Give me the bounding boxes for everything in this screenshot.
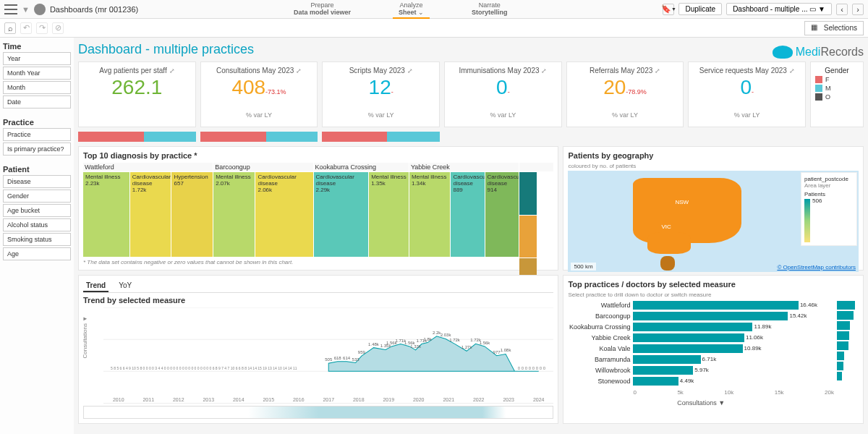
filter-date[interactable]: Date — [3, 95, 71, 109]
svg-text:2019: 2019 — [383, 397, 394, 403]
ranking-bar-row[interactable]: Barcoongup15.42k — [568, 312, 834, 320]
ranking-bar-row[interactable]: Wattleford16.46k — [568, 301, 834, 310]
treemap-practice-label: Kookaburra Crossing — [314, 163, 409, 171]
ranking-bar-row[interactable]: Kookaburra Crossing11.89k — [568, 323, 834, 331]
treemap-cell[interactable]: Cardiovascular disease2.29k — [314, 172, 369, 257]
map-scale: 500 km — [571, 263, 595, 271]
prev-sheet-icon[interactable]: ‹ — [836, 4, 848, 15]
smart-search-icon[interactable]: ⌕ — [4, 22, 16, 34]
kpi-card[interactable]: Consultations May 2023 ⤢ 408-73.1%% var … — [200, 61, 318, 127]
trend-chart[interactable]: Consultations ▼ 4k2k0-2k5056186145339591… — [83, 307, 553, 404]
kpi-card[interactable]: Avg patients per staff ⤢ 262.1 — [78, 61, 196, 127]
bookmark-icon[interactable]: 🔖▼ — [663, 4, 674, 15]
treemap-cell[interactable]: Hypertension657 — [171, 172, 213, 257]
ranking-title: Top practices / doctors by selected meas… — [568, 280, 859, 289]
svg-text:2016: 2016 — [293, 397, 305, 403]
ranking-minimap[interactable] — [837, 301, 859, 419]
breadcrumb[interactable]: Dashboards (mr 001236) — [50, 5, 138, 14]
svg-text:505: 505 — [325, 357, 333, 362]
gender-bar[interactable] — [78, 132, 196, 142]
svg-text:2011: 2011 — [142, 397, 154, 403]
kpi-card[interactable]: Immunisations May 2023 ⤢ 0-% var LY — [444, 61, 562, 127]
tab-narrate[interactable]: Narrate Storytelling — [466, 0, 514, 19]
kpi-card[interactable]: Referrals May 2023 ⤢ 20-78.9%% var LY — [566, 61, 684, 127]
external-icon: ⤢ — [541, 67, 547, 75]
filter-primary-practice[interactable]: Is primary practice? — [3, 142, 71, 156]
trend-title: Trend by selected measure — [83, 296, 553, 305]
svg-text:2.03k: 2.03k — [441, 333, 452, 337]
gender-bar[interactable] — [322, 132, 440, 142]
step-forward-icon[interactable]: ↷ — [36, 22, 48, 34]
ranking-chart[interactable]: Wattleford16.46kBarcoongup15.42kKookabur… — [568, 301, 834, 419]
ranking-panel: Top practices / doctors by selected meas… — [563, 275, 864, 424]
treemap-cell[interactable]: Cardiovascular disease889 — [451, 172, 484, 257]
treemap-cell[interactable]: Mental illness1.34k — [409, 172, 451, 257]
svg-text:5 8 5 6 6 4 9 10 5 8 0 0 0 0 3: 5 8 5 6 6 4 9 10 5 8 0 0 0 0 3 4 4 0 0 0… — [111, 366, 297, 370]
ranking-xlabel[interactable]: Consultations ▼ — [568, 399, 834, 407]
ranking-bar-row[interactable]: Stonewood4.49k — [568, 377, 834, 386]
filter-year[interactable]: Year — [3, 52, 71, 65]
svg-text:1.33k: 1.33k — [410, 344, 422, 349]
map-attribution[interactable]: © OpenStreetMap contributors — [777, 264, 856, 271]
step-back-icon[interactable]: ↶ — [20, 22, 32, 34]
ranking-bar-row[interactable]: Yabbie Creek11.06k — [568, 333, 834, 342]
tab-yoy[interactable]: YoY — [116, 280, 135, 292]
treemap-cell[interactable]: Mental illness2.23k — [83, 172, 129, 257]
treemap-cell[interactable]: Cardiovascular disease2.06k — [255, 172, 312, 257]
kpi-row: Avg patients per staff ⤢ 262.1Consultati… — [78, 61, 864, 127]
filter-age[interactable]: Age — [3, 247, 71, 260]
treemap-chart[interactable]: WattlefordMental illness2.23kCardiovascu… — [83, 163, 553, 257]
map-chart[interactable]: NSW VIC 500 km © OpenStreetMap contribut… — [568, 171, 859, 272]
svg-text:2024: 2024 — [533, 397, 545, 403]
svg-text:614: 614 — [343, 356, 351, 360]
treemap-panel: Top 10 diagnosis by practice * Wattlefor… — [78, 146, 558, 271]
map-label-nsw: NSW — [673, 198, 691, 206]
tab-trend[interactable]: Trend — [83, 280, 109, 292]
svg-text:1.8k: 1.8k — [423, 336, 432, 341]
svg-text:959: 959 — [358, 350, 366, 354]
filter-month-year[interactable]: Month Year — [3, 67, 71, 80]
treemap-cell[interactable]: Cardiovascular disease914 — [485, 172, 519, 257]
selections-button[interactable]: ▦ Selections — [804, 21, 864, 35]
sheet-selector[interactable]: Dashboard - multiple ... ▭ ▼ — [726, 3, 832, 15]
kpi-card[interactable]: Scripts May 2023 ⤢ 12-% var LY — [322, 61, 440, 127]
map-panel: Patients by geography coloured by no. of… — [563, 146, 864, 271]
selections-icon: ▦ — [811, 23, 821, 33]
gender-bar[interactable] — [200, 132, 318, 142]
tab-prepare[interactable]: Prepare Data model viewer — [288, 0, 357, 19]
filter-disease[interactable]: Disease — [3, 175, 71, 188]
svg-text:2018: 2018 — [353, 397, 365, 403]
external-icon: ⤢ — [407, 67, 413, 75]
top-toolbar: ▼ Dashboards (mr 001236) Prepare Data mo… — [0, 0, 868, 19]
ranking-bar-row[interactable]: Koala Vale10.89k — [568, 344, 834, 353]
svg-text:2014: 2014 — [233, 397, 244, 403]
clear-selections-icon[interactable]: ⊘ — [52, 22, 64, 34]
treemap-cell[interactable]: Mental illness2.07k — [213, 172, 255, 257]
treemap-practice-label: Wattleford — [83, 163, 213, 171]
ranking-bar-row[interactable]: Willowbrook5.97k — [568, 366, 834, 375]
treemap-cell[interactable]: Mental illness1.35k — [369, 172, 409, 257]
menu-icon[interactable] — [4, 4, 17, 14]
trend-minimap[interactable] — [83, 406, 553, 419]
filter-practice[interactable]: Practice — [3, 128, 71, 141]
filter-smoking[interactable]: Smoking status — [3, 233, 71, 246]
trend-ylabel[interactable]: Consultations ▼ — [82, 316, 88, 359]
filter-age-bucket[interactable]: Age bucket — [3, 204, 71, 217]
ranking-bar-row[interactable]: Barramunda6.71k — [568, 355, 834, 364]
treemap-practice-label: Barcoongup — [213, 163, 312, 171]
filter-month[interactable]: Month — [3, 81, 71, 94]
next-sheet-icon[interactable]: › — [852, 4, 864, 15]
tab-analyze[interactable]: Analyze Sheet ⌄ — [393, 0, 430, 19]
external-icon: ⤢ — [655, 67, 660, 75]
filter-group-time: Time — [3, 41, 71, 52]
gradient-legend-icon — [804, 199, 810, 242]
kpi-card[interactable]: Service requests May 2023 ⤢ 0-% var LY — [688, 61, 806, 127]
map-subtitle: coloured by no. of patients — [568, 163, 859, 169]
treemap-cell[interactable]: Cardiovascular disease1.72k — [130, 172, 171, 257]
filter-gender[interactable]: Gender — [3, 190, 71, 203]
map-label-vic: VIC — [659, 223, 673, 231]
duplicate-button[interactable]: Duplicate — [678, 3, 722, 15]
filter-alcohol[interactable]: Alcohol status — [3, 218, 71, 231]
svg-text:2013: 2013 — [203, 397, 214, 403]
svg-text:1.08k: 1.08k — [501, 348, 512, 352]
